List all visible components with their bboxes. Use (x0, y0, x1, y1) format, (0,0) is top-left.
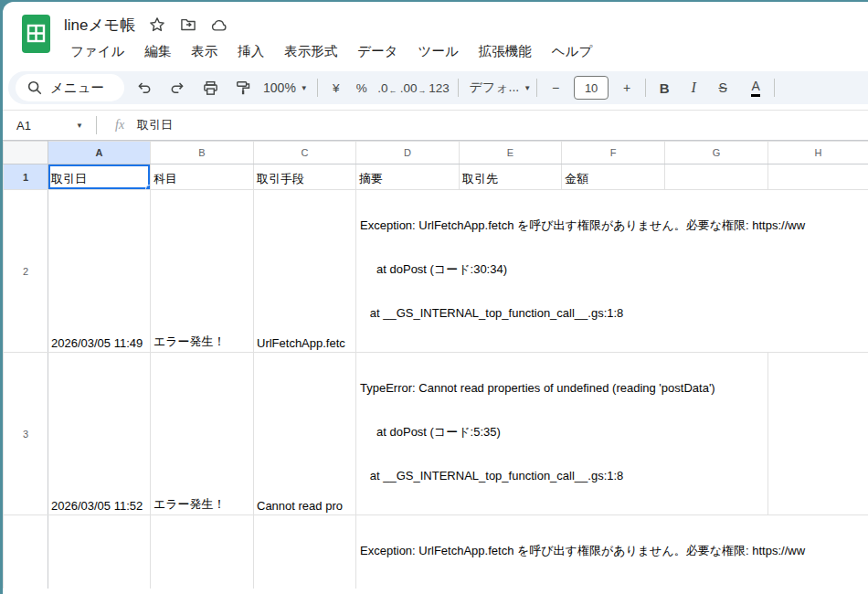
chevron-down-icon: ▼ (76, 122, 83, 130)
cloud-status-icon[interactable] (210, 16, 228, 34)
cell-c3[interactable]: Cannot read pro (254, 353, 356, 515)
search-menus-button[interactable]: メニュー (16, 74, 124, 101)
cell-g1[interactable] (665, 164, 768, 190)
column-header-d[interactable]: D (356, 142, 460, 164)
cell-d3-error[interactable]: TypeError: Cannot read properties of und… (356, 353, 768, 515)
toolbar-divider (774, 79, 775, 97)
format-currency-button[interactable]: ¥ (323, 75, 349, 101)
menu-format[interactable]: 表示形式 (278, 40, 344, 63)
cell-a2[interactable]: 2026/03/05 11:49 (48, 190, 151, 353)
column-header-h[interactable]: H (768, 142, 868, 164)
cell-a4[interactable]: 2026/03/05 11:54 (48, 515, 151, 589)
column-header-a[interactable]: A (48, 142, 151, 164)
cell-a3[interactable]: 2026/03/05 11:52 (48, 353, 151, 515)
row-header-2[interactable]: 2 (4, 190, 48, 353)
toolbar-divider (645, 79, 646, 97)
format-percent-button[interactable]: % (349, 75, 375, 101)
menu-extensions[interactable]: 拡張機能 (472, 40, 538, 63)
cell-e1[interactable]: 取引先 (460, 164, 562, 190)
column-header-b[interactable]: B (151, 142, 254, 164)
spreadsheet-window: lineメモ帳 ファイル 編集 表示 挿入 表示形式 データ ツール (3, 2, 868, 594)
column-header-row: A B C D E F G H (4, 142, 868, 164)
menu-edit[interactable]: 編集 (138, 40, 177, 63)
bold-button[interactable]: B (651, 75, 677, 101)
cell-c2[interactable]: UrlFetchApp.fetc (254, 190, 356, 353)
row-header-3[interactable]: 3 (4, 353, 48, 515)
text-color-button[interactable]: A (751, 79, 759, 97)
table-row: 2 2026/03/05 11:49 エラー発生！ UrlFetchApp.fe… (4, 190, 868, 353)
arrow-left-icon: ← (388, 86, 397, 95)
titlebar: lineメモ帳 ファイル 編集 表示 挿入 表示形式 データ ツール (3, 2, 868, 71)
chevron-down-icon: ▼ (301, 84, 308, 92)
search-label: メニュー (50, 80, 104, 97)
table-row: 1 取引日 科目 取引手段 摘要 取引先 金額 (4, 164, 868, 190)
column-header-e[interactable]: E (460, 142, 562, 164)
star-icon[interactable] (148, 16, 166, 34)
strikethrough-button[interactable]: S (710, 75, 736, 101)
cell-d4-error[interactable]: Exception: UrlFetchApp.fetch を呼び出す権限がありま… (356, 515, 868, 589)
toolbar-divider (536, 79, 537, 97)
menu-view[interactable]: 表示 (185, 40, 224, 63)
search-icon (26, 80, 43, 96)
document-title[interactable]: lineメモ帳 (64, 15, 135, 36)
paint-format-icon[interactable] (230, 75, 256, 101)
redo-button[interactable] (164, 75, 190, 101)
formula-bar-divider (96, 116, 97, 134)
column-header-g[interactable]: G (665, 142, 768, 164)
cell-a1-selected[interactable]: 取引日 (48, 164, 151, 190)
arrow-right-icon: → (418, 86, 427, 95)
cell-h1[interactable] (768, 164, 868, 190)
zoom-select[interactable]: 100% ▼ (259, 75, 312, 101)
move-folder-icon[interactable] (179, 16, 197, 34)
formula-bar: A1 ▼ fx 取引日 (3, 110, 868, 141)
increase-decimal-button[interactable]: .00→ (400, 75, 427, 101)
font-size-input[interactable]: 10 (574, 76, 609, 100)
column-header-f[interactable]: F (562, 142, 665, 164)
undo-button[interactable] (132, 75, 157, 101)
menu-help[interactable]: ヘルプ (545, 40, 599, 63)
formula-input[interactable]: 取引日 (137, 117, 173, 133)
menu-tools[interactable]: ツール (412, 40, 465, 63)
cell-f1[interactable]: 金額 (562, 164, 665, 190)
font-select[interactable]: デフォ... ▼ (464, 75, 532, 101)
table-row: 4 2026/03/05 11:54 エラー発生！ UrlFetchApp.fe… (4, 515, 868, 589)
chevron-down-icon: ▼ (524, 84, 531, 92)
toolbar: メニュー 100% ▼ ¥ % .0← .00→ 123 デフォ... (8, 71, 868, 104)
sheets-logo-icon[interactable] (21, 14, 51, 54)
toolbar-divider (458, 79, 459, 97)
cell-d2-error[interactable]: Exception: UrlFetchApp.fetch を呼び出す権限がありま… (356, 190, 868, 353)
cell-b4[interactable]: エラー発生！ (151, 515, 254, 589)
menu-file[interactable]: ファイル (64, 40, 131, 63)
row-header-1[interactable]: 1 (4, 164, 48, 190)
number-format-button[interactable]: 123 (427, 75, 452, 101)
sheet-grid: A B C D E F G H 1 取引日 科目 取引手段 摘要 取引先 金額 (3, 141, 868, 589)
increase-font-size-button[interactable]: + (614, 75, 640, 101)
cell-h3[interactable] (768, 353, 868, 515)
menu-insert[interactable]: 挿入 (231, 40, 270, 63)
cell-b3[interactable]: エラー発生！ (151, 353, 254, 515)
toolbar-divider (317, 79, 318, 97)
column-header-c[interactable]: C (254, 142, 356, 164)
select-all-corner[interactable] (4, 142, 48, 164)
cell-c4[interactable]: UrlFetchApp.fetc (254, 515, 356, 589)
decrease-font-size-button[interactable]: − (543, 75, 568, 101)
cell-d1[interactable]: 摘要 (356, 164, 460, 190)
menu-bar: ファイル 編集 表示 挿入 表示形式 データ ツール 拡張機能 ヘルプ (64, 40, 598, 63)
row-header-4[interactable]: 4 (4, 515, 48, 589)
decrease-decimal-button[interactable]: .0← (375, 75, 400, 101)
fx-icon: fx (115, 118, 124, 133)
menu-data[interactable]: データ (351, 40, 404, 63)
print-icon[interactable] (197, 75, 223, 101)
italic-button[interactable]: I (681, 75, 706, 101)
name-box[interactable]: A1 ▼ (3, 119, 90, 133)
cell-b1[interactable]: 科目 (151, 164, 254, 190)
cell-c1[interactable]: 取引手段 (254, 164, 356, 190)
table-row: 3 2026/03/05 11:52 エラー発生！ Cannot read pr… (4, 353, 868, 515)
cell-b2[interactable]: エラー発生！ (151, 190, 254, 353)
